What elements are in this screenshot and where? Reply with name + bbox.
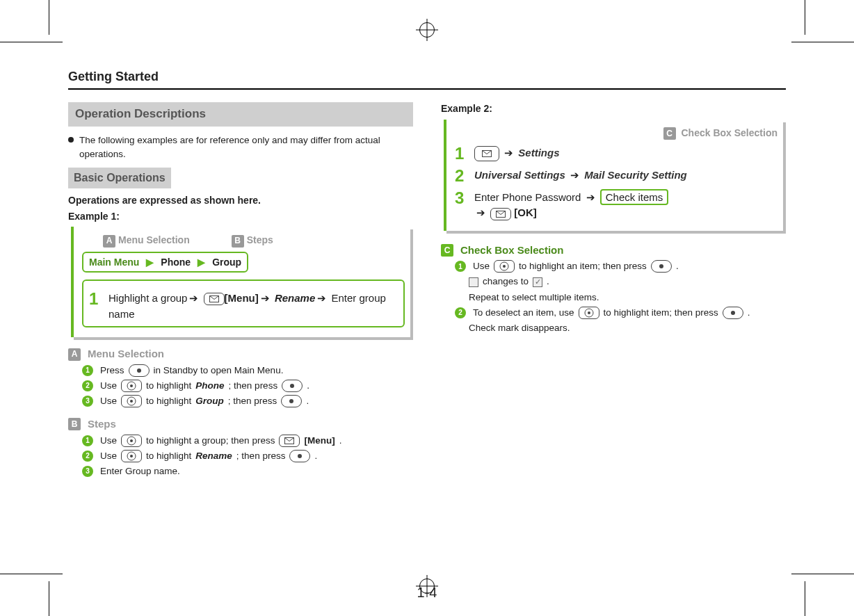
intro-line: Operations are expressed as shown here. — [68, 194, 413, 207]
step-circle-1-icon: 1 — [82, 435, 93, 446]
example2-label: Example 2: — [441, 102, 786, 115]
detail-a-heading: A Menu Selection — [68, 347, 413, 361]
path-segment: Group — [212, 256, 241, 269]
detail-b-item2: 2 Use to highlight Rename; then press . — [68, 450, 413, 462]
mail-key-icon — [279, 435, 300, 447]
note-line: The following examples are for reference… — [68, 133, 413, 161]
callout-c: C Check Box Selection — [455, 127, 778, 140]
step-circle-1-icon: 1 — [455, 261, 466, 272]
callout-a-text: Menu Selection — [118, 234, 190, 245]
detail-b-item1: 1 Use to highlight a group; then press [… — [68, 435, 413, 447]
note-text: The following examples are for reference… — [79, 133, 413, 161]
detail-c-item1c: Repeat to select multiple items. — [441, 291, 786, 304]
crop-mark — [49, 0, 49, 35]
crop-mark — [805, 0, 805, 35]
step-number: 3 — [455, 190, 467, 206]
center-key-icon — [723, 307, 743, 319]
page-number: 1-4 — [417, 585, 437, 601]
chevron-icon: ▶ — [198, 256, 205, 269]
bullet-icon — [68, 137, 74, 143]
detail-a-item2: 2 Use to highlight Phone; then press . — [68, 380, 413, 392]
ex2-step3: 3 Enter Phone Password ➔ Check items ➔ [… — [455, 190, 778, 221]
checkbox-empty-icon — [469, 277, 478, 287]
registration-mark-top — [419, 22, 435, 38]
step1-outline: 1 Highlight a group➔ [Menu]➔ Rename➔ Ent… — [82, 279, 405, 327]
ex2-step2: 2 Universal Settings ➔ Mail Security Set… — [455, 168, 778, 184]
chevron-icon: ▶ — [146, 256, 154, 269]
header-rule — [68, 88, 786, 90]
nav-key-icon — [579, 307, 599, 319]
detail-b-title: Steps — [88, 417, 116, 431]
detail-b-item3: 3 Enter Group name. — [68, 465, 413, 478]
ok-label: [OK] — [514, 206, 537, 218]
mail-key-icon — [490, 208, 511, 220]
detail-a-title: Menu Selection — [88, 347, 164, 361]
detail-c-item2b: Check mark disappears. — [441, 322, 786, 334]
example1-box: AMenu Selection BSteps Main Menu ▶ Phone… — [71, 227, 410, 337]
nav-key-icon — [121, 435, 142, 447]
step-number: 2 — [455, 168, 467, 184]
detail-a-item3: 3 Use to highlight Group; then press . — [68, 395, 413, 407]
detail-c-item1b: changes to . — [441, 275, 786, 288]
svg-point-6 — [130, 439, 133, 442]
center-key-icon — [282, 380, 303, 392]
detail-c-heading: C Check Box Selection — [441, 243, 786, 257]
svg-point-4 — [130, 400, 133, 403]
badge-b-icon: B — [68, 418, 81, 430]
ex2-step1: 1 ➔ Settings — [455, 145, 778, 162]
nav-key-icon — [121, 450, 142, 462]
step-number: 1 — [455, 145, 467, 162]
example1-label: Example 1: — [68, 210, 413, 223]
center-key-icon — [651, 260, 672, 273]
badge-a-icon: A — [103, 235, 115, 248]
detail-b-heading: B Steps — [68, 417, 413, 431]
crop-mark — [0, 42, 63, 42]
content-area: Getting Started Operation Descriptions T… — [68, 70, 786, 546]
check-items-pill: Check items — [600, 189, 669, 205]
step-number: 1 — [89, 291, 102, 307]
svg-point-15 — [588, 311, 590, 314]
step-circle-2-icon: 2 — [455, 307, 466, 318]
menu-path-pill: Main Menu ▶ Phone ▶ Group — [82, 252, 248, 273]
svg-point-13 — [503, 265, 506, 268]
crop-mark — [805, 581, 805, 616]
detail-a-item1: 1 Press in Standby to open Main Menu. — [68, 364, 413, 377]
badge-b-icon: B — [232, 235, 244, 248]
left-column: Operation Descriptions The following exa… — [68, 102, 413, 480]
crop-mark — [791, 42, 854, 42]
svg-point-9 — [130, 455, 133, 457]
callout-b: BSteps — [232, 234, 273, 247]
section-title-basic-operations: Basic Operations — [68, 168, 171, 188]
badge-a-icon: A — [68, 348, 81, 361]
crop-mark — [49, 581, 49, 616]
detail-c-title: Check Box Selection — [460, 243, 563, 257]
checkbox-checked-icon — [533, 277, 542, 287]
nav-key-icon — [121, 380, 142, 392]
step-circle-1-icon: 1 — [82, 365, 93, 376]
page-header: Getting Started — [68, 70, 786, 84]
path-segment: Main Menu — [89, 256, 139, 269]
step1-target: Settings — [518, 147, 559, 159]
section-title-operation-descriptions: Operation Descriptions — [68, 102, 413, 127]
step-circle-3-icon: 3 — [82, 466, 93, 477]
example2-box: C Check Box Selection 1 ➔ Settings 2 — [444, 120, 783, 231]
step2-part-a: Universal Settings — [474, 169, 565, 181]
detail-c-item2: 2 To deselect an item, use to highlight … — [441, 307, 786, 319]
mail-key-icon — [204, 293, 225, 305]
callout-b-text: Steps — [247, 234, 273, 245]
callout-a: AMenu Selection — [103, 234, 190, 247]
center-key-icon — [289, 450, 310, 462]
center-key-icon — [129, 364, 150, 377]
svg-point-2 — [130, 384, 133, 387]
detail-c-item1: 1 Use to highlight an item; then press . — [441, 260, 786, 273]
step3-part-a: Enter Phone Password — [474, 191, 581, 203]
nav-key-icon — [121, 395, 142, 407]
page: Getting Started Operation Descriptions T… — [0, 0, 854, 616]
badge-c-icon: C — [663, 127, 676, 140]
crop-mark — [0, 574, 63, 574]
callout-c-text: Check Box Selection — [682, 127, 778, 138]
crop-mark — [791, 574, 854, 574]
badge-c-green-icon: C — [441, 244, 453, 257]
center-key-icon — [281, 395, 302, 407]
step1-text: Highlight a group➔ [Menu]➔ Rename➔ Enter… — [108, 291, 398, 322]
